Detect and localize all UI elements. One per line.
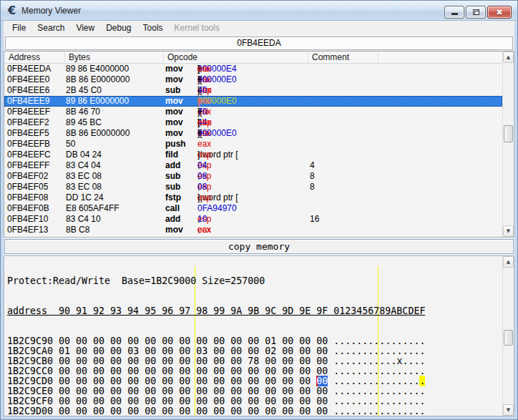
column-divider: [64, 52, 65, 63]
memory-row[interactable]: 1B2C9CD0 00 00 00 00 00 00 00 00 00 00 0…: [7, 376, 502, 386]
disasm-row[interactable]: 0FB4EEDA89 86 E4000000mov[esi+000000E4],…: [4, 64, 502, 74]
menu-debug[interactable]: Debug: [100, 21, 137, 35]
instruction-comment: 16: [310, 214, 319, 225]
disasm-row[interactable]: 0FB4EF0583 EC 08subesp,088: [4, 182, 502, 192]
instruction-address: 0FB4EF08: [7, 192, 48, 203]
instruction-mnemonic: mov: [165, 96, 183, 107]
column-header-bytes: Bytes: [69, 52, 90, 62]
memory-viewer-window: € Memory Viewer ✖ FileSearchViewDebugToo…: [0, 0, 518, 420]
scroll-up-icon[interactable]: ▲: [503, 256, 514, 268]
highlighted-ascii-char: .: [419, 376, 425, 386]
window-title: Memory Viewer: [21, 6, 81, 16]
disassembly-rows: 0FB4EEDA89 86 E4000000mov[esi+000000E4],…: [4, 64, 502, 235]
disasm-row[interactable]: 0FB4EF0BE8 605AF4FFcall0FA94970: [4, 203, 502, 214]
memory-row[interactable]: 1B2C9D00 00 00 00 00 00 00 00 00 00 00 0…: [7, 406, 502, 416]
instruction-mnemonic: mov: [165, 64, 183, 74]
disasm-row[interactable]: 0FB4EF0283 EC 08subesp,088: [4, 171, 502, 182]
memory-row-address: 1B2C9C90: [7, 336, 59, 346]
client-area: FileSearchViewDebugToolsKernel tools 0FB…: [4, 21, 514, 416]
instruction-mnemonic: fild: [165, 150, 178, 160]
instruction-bytes: 89 45 BC: [66, 117, 102, 128]
disasm-row[interactable]: 0FB4EEE62B 45 C0subeax,[ebp-40]: [4, 85, 502, 96]
disasm-row[interactable]: 0FB4EF08DD 1C 24fstpqword ptr [esp]: [4, 192, 502, 203]
menu-search[interactable]: Search: [31, 21, 70, 35]
instruction-address: 0FB4EEEF: [7, 107, 50, 117]
instruction-mnemonic: sub: [165, 171, 180, 182]
instruction-mnemonic: sub: [165, 182, 180, 192]
restore-button[interactable]: [466, 6, 486, 19]
close-icon: ✖: [488, 7, 511, 19]
disassembly-scrollbar[interactable]: ▲ ▼: [502, 52, 514, 237]
instruction-bytes: 8B 86 E0000000: [66, 74, 130, 85]
disasm-row[interactable]: 0FB4EEEF8B 46 70moveax,[esi+70]: [4, 107, 502, 117]
minimize-button[interactable]: [444, 6, 464, 19]
instruction-address: 0FB4EEFC: [7, 150, 51, 160]
menu-tools[interactable]: Tools: [137, 21, 169, 35]
selected-byte[interactable]: 00: [316, 376, 328, 386]
scroll-up-icon[interactable]: ▲: [503, 52, 514, 63]
instruction-bytes: 89 86 E4000000: [66, 64, 129, 74]
instruction-bytes: 83 EC 08: [66, 171, 102, 182]
disasm-row[interactable]: 0FB4EF138B C8movecx,eax: [4, 225, 502, 235]
scroll-down-icon[interactable]: ▼: [503, 225, 514, 237]
menu-file[interactable]: File: [6, 21, 31, 35]
memory-row[interactable]: 1B2C9CF0 00 00 00 00 00 00 00 00 00 00 0…: [7, 396, 502, 406]
scrollbar-thumb[interactable]: [504, 330, 513, 346]
memory-scrollbar[interactable]: ▲ ▼: [502, 256, 514, 416]
memory-rows: 1B2C9C90 00 00 00 00 00 00 00 00 00 00 0…: [7, 336, 502, 416]
disasm-row[interactable]: 0FB4EEFF83 C4 04addesp,044: [4, 160, 502, 171]
memory-row[interactable]: 1B2C9CA0 01 00 00 00 03 00 00 00 03 00 0…: [7, 346, 502, 356]
memory-row-address: 1B2C9CE0: [7, 386, 59, 396]
disassembly-pane: Address Bytes Opcode Comment 0FB4EEDA89 …: [4, 51, 514, 238]
disasm-row[interactable]: 0FB4EEE989 86 E0000000mov[esi+000000E0],…: [4, 96, 502, 107]
column-header-comment: Comment: [312, 52, 349, 62]
instruction-mnemonic: mov: [165, 117, 183, 128]
instruction-mnemonic: mov: [165, 74, 183, 85]
instruction-address: 0FB4EF02: [7, 171, 48, 182]
memory-row[interactable]: 1B2C9CB0 00 00 00 00 00 00 00 00 00 00 0…: [7, 356, 502, 366]
memory-row[interactable]: 1B2C9CE0 00 00 00 00 00 00 00 00 00 00 0…: [7, 386, 502, 396]
memory-row-address: 1B2C9CC0: [7, 366, 59, 376]
instruction-bytes: 8B 86 E0000000: [66, 128, 130, 139]
instruction-mnemonic: call: [165, 203, 180, 214]
address-bar[interactable]: 0FB4EEDA: [5, 36, 513, 50]
column-header-address: Address: [9, 52, 40, 62]
instruction-mnemonic: mov: [165, 128, 183, 139]
memory-row-address: 1B2C9CA0: [7, 346, 59, 356]
instruction-bytes: 2B 45 C0: [66, 85, 102, 96]
instruction-mnemonic: push: [165, 139, 186, 150]
instruction-address: 0FB4EEE9: [7, 96, 49, 107]
memory-row[interactable]: 1B2C9CC0 00 00 00 00 00 00 00 00 00 00 0…: [7, 366, 502, 376]
menu-bar: FileSearchViewDebugToolsKernel tools: [4, 21, 514, 35]
memory-dump-header: address 90 91 92 93 94 95 96 97 98 99 9A…: [7, 306, 502, 316]
instruction-address: 0FB4EEF5: [7, 128, 49, 139]
instruction-comment: 8: [310, 182, 315, 192]
scroll-down-icon[interactable]: ▼: [503, 404, 514, 416]
disasm-row[interactable]: 0FB4EEF289 45 BCmov[ebp-44],eax: [4, 117, 502, 128]
disasm-row[interactable]: 0FB4EF1083 C4 10addesp,1016: [4, 214, 502, 225]
title-bar[interactable]: € Memory Viewer ✖: [1, 1, 517, 21]
instruction-mnemonic: mov: [165, 225, 183, 235]
instruction-address: 0FB4EF05: [7, 182, 48, 192]
instruction-bytes: 89 86 E0000000: [66, 96, 129, 107]
memory-row[interactable]: 1B2C9C90 00 00 00 00 00 00 00 00 00 00 0…: [7, 336, 502, 346]
column-divider: [163, 52, 164, 63]
copy-memory-button[interactable]: copy memory: [4, 239, 514, 254]
memory-row-address: 1B2C9D10: [7, 416, 59, 416]
instruction-bytes: 8B 46 70: [66, 107, 100, 117]
disassembly-header: Address Bytes Opcode Comment: [4, 52, 502, 64]
disasm-row[interactable]: 0FB4EEFCDB 04 24filddword ptr [esp]: [4, 150, 502, 160]
instruction-address: 0FB4EF13: [7, 225, 48, 235]
disasm-row[interactable]: 0FB4EEE08B 86 E0000000moveax,[esi+000000…: [4, 74, 502, 85]
disasm-row[interactable]: 0FB4EEF58B 86 E0000000moveax,[esi+000000…: [4, 128, 502, 139]
instruction-bytes: 83 EC 08: [66, 182, 102, 192]
instruction-address: 0FB4EEFF: [7, 160, 49, 171]
column-divider: [308, 52, 308, 63]
scrollbar-thumb[interactable]: [504, 125, 513, 142]
menu-view[interactable]: View: [70, 21, 100, 35]
app-icon: €: [6, 4, 18, 16]
disasm-row[interactable]: 0FB4EEFB50pusheax: [4, 139, 502, 150]
instruction-bytes: E8 605AF4FF: [66, 203, 119, 214]
close-button[interactable]: ✖: [487, 6, 512, 19]
column-divider: [378, 52, 378, 63]
